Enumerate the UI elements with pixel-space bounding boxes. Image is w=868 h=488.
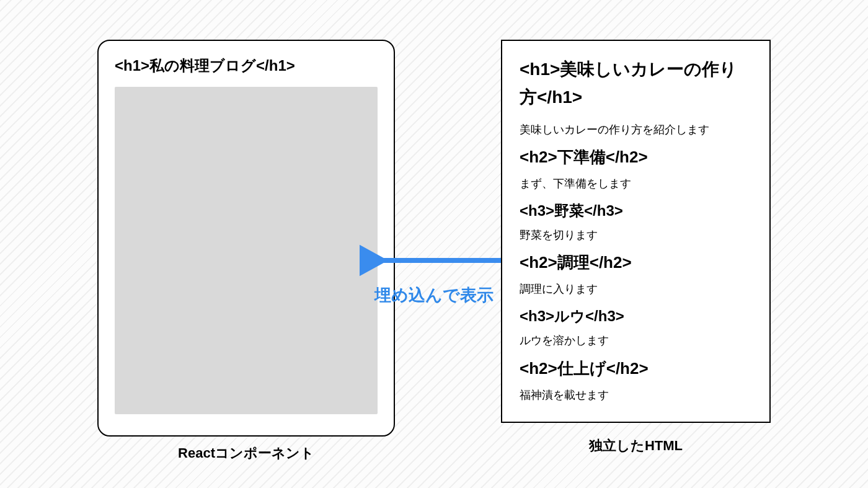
react-component-panel: <h1>私の料理ブログ</h1> bbox=[97, 40, 395, 437]
html-p: 野菜を切ります bbox=[520, 226, 752, 245]
standalone-html-panel: <h1>美味しいカレーの作り方</h1>美味しいカレーの作り方を紹介します<h2… bbox=[501, 40, 771, 423]
arrow-icon bbox=[360, 242, 503, 279]
html-h1: <h1>美味しいカレーの作り方</h1> bbox=[520, 56, 752, 112]
arrow-label: 埋め込んで表示 bbox=[360, 284, 508, 306]
html-p: ルウを溶かします bbox=[520, 331, 752, 350]
html-p: まず、下準備をします bbox=[520, 174, 752, 193]
react-component-caption: Reactコンポーネント bbox=[97, 444, 395, 463]
html-p: 福神漬を載せます bbox=[520, 386, 752, 405]
html-h2: <h2>調理</h2> bbox=[520, 251, 752, 275]
html-h3: <h3>野菜</h3> bbox=[520, 200, 752, 222]
html-h2: <h2>仕上げ</h2> bbox=[520, 357, 752, 381]
html-h3: <h3>ルウ</h3> bbox=[520, 305, 752, 327]
embed-placeholder bbox=[115, 87, 378, 414]
standalone-html-caption: 独立したHTML bbox=[501, 437, 771, 455]
react-component-heading: <h1>私の料理ブログ</h1> bbox=[115, 56, 378, 76]
html-p: 調理に入ります bbox=[520, 280, 752, 299]
html-h2: <h2>下準備</h2> bbox=[520, 145, 752, 169]
html-p: 美味しいカレーの作り方を紹介します bbox=[520, 120, 752, 140]
